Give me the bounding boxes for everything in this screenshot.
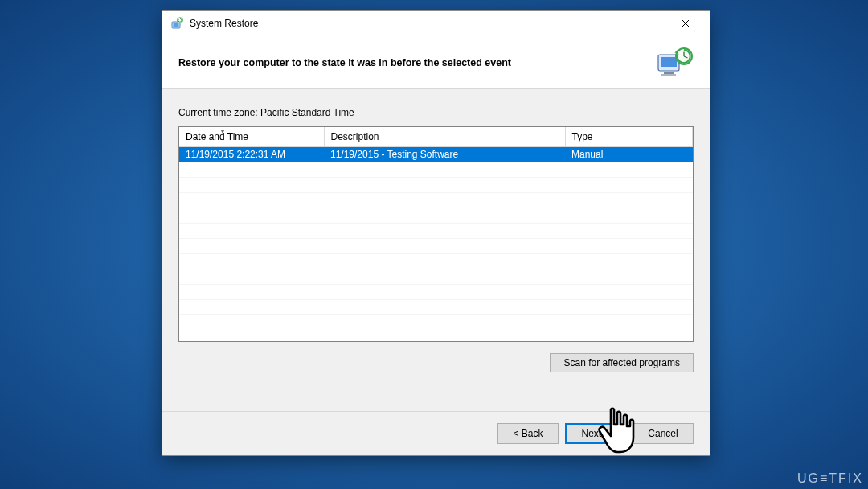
sort-indicator-icon: ▾ [221, 128, 224, 135]
column-header-date[interactable]: Date and Time▾ [179, 127, 324, 146]
scan-affected-button[interactable]: Scan for affected programs [550, 353, 694, 372]
close-button[interactable] [668, 12, 703, 35]
table-row[interactable]: 11/19/2015 2:22:31 AM 11/19/2015 - Testi… [179, 146, 693, 162]
cancel-button[interactable]: Cancel [633, 423, 694, 444]
dialog-header: Restore your computer to the state it wa… [162, 35, 710, 89]
svg-rect-6 [664, 72, 674, 74]
window-title: System Restore [190, 18, 668, 29]
back-button[interactable]: < Back [497, 423, 559, 444]
system-restore-dialog: System Restore Restore your computer to … [162, 10, 710, 456]
dialog-content: Current time zone: Pacific Standard Time… [162, 89, 710, 411]
svg-rect-1 [174, 23, 179, 27]
next-button[interactable]: Next > [565, 423, 626, 444]
titlebar[interactable]: System Restore [162, 11, 710, 35]
cell-type: Manual [565, 146, 693, 162]
column-header-type[interactable]: Type [565, 127, 693, 146]
svg-rect-7 [661, 74, 676, 76]
column-header-description[interactable]: Description [324, 127, 565, 146]
svg-rect-5 [661, 57, 677, 67]
dialog-heading: Restore your computer to the state it wa… [178, 57, 511, 68]
restore-point-icon [655, 47, 694, 79]
watermark: UG≡TFIX [797, 471, 863, 486]
cell-datetime: 11/19/2015 2:22:31 AM [179, 146, 324, 162]
cell-description: 11/19/2015 - Testing Software [324, 146, 565, 162]
dialog-footer: < Back Next > Cancel [162, 411, 710, 455]
svg-marker-9 [674, 50, 678, 54]
system-restore-icon [170, 17, 183, 30]
restore-points-table[interactable]: Date and Time▾ Description Type 11/19/20… [178, 126, 694, 342]
timezone-label: Current time zone: Pacific Standard Time [178, 107, 694, 118]
